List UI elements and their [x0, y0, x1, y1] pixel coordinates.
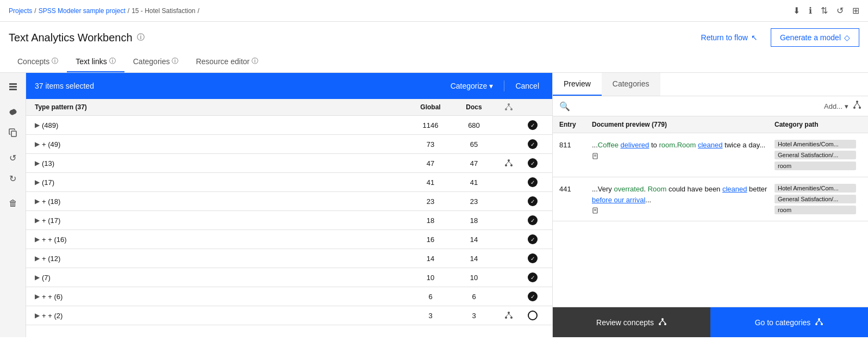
table-row[interactable]: ▶ + (18) 23 23 ✓ — [26, 192, 552, 211]
table-row[interactable]: ▶ (7) 10 10 ✓ — [26, 268, 552, 287]
table-row[interactable]: ▶ (13) 47 47 ✓ — [26, 154, 552, 173]
add-button[interactable]: Add... ▾ — [824, 102, 848, 110]
sidebar-link-icon[interactable] — [3, 102, 23, 122]
col-header-global: Global — [409, 103, 452, 111]
sidebar-icons: ↺ ↻ 🗑 — [0, 73, 26, 337]
category-tag: room — [775, 206, 856, 214]
table-row[interactable]: ▶ (17) 41 41 ✓ — [26, 173, 552, 192]
table-cell-check[interactable]: ✓ — [522, 177, 544, 187]
svg-line-23 — [857, 103, 860, 107]
table-row[interactable]: ▶ + (49) 73 65 ✓ — [26, 135, 552, 154]
table-cell-docs: 680 — [452, 121, 496, 129]
expand-icon[interactable]: ▶ — [35, 235, 40, 243]
tree-view-icon[interactable] — [853, 101, 861, 111]
grid-icon[interactable]: ⊞ — [852, 5, 859, 16]
review-concepts-button[interactable]: Review concepts — [553, 307, 710, 337]
add-label: Add... — [824, 102, 842, 110]
expand-icon[interactable]: ▶ — [35, 255, 40, 262]
table-row[interactable]: ▶ + (12) 14 14 ✓ — [26, 249, 552, 268]
svg-point-15 — [505, 317, 507, 319]
table-row[interactable]: ▶ + + (6) 6 6 ✓ — [26, 287, 552, 306]
tab-categories[interactable]: Categories ⓘ — [124, 51, 188, 72]
table-row[interactable]: ▶ (489) 1146 680 ✓ — [26, 116, 552, 135]
table-cell-check[interactable]: ✓ — [522, 158, 544, 168]
categorize-label: Categorize — [451, 82, 488, 90]
preview-entry-number: 441 — [559, 184, 592, 193]
table-row[interactable]: ▶ + (17) 18 18 ✓ — [26, 211, 552, 230]
categorize-chevron-icon: ▾ — [489, 82, 493, 90]
table-cell-global: 16 — [409, 235, 452, 244]
svg-point-4 — [508, 103, 510, 106]
table-row[interactable]: ▶ + + (2) 3 3 — [26, 306, 552, 325]
table-cell-pattern: ▶ (17) — [35, 178, 409, 187]
categorize-button[interactable]: Categorize ▾ — [446, 78, 498, 94]
generate-model-button[interactable]: Generate a model ◇ — [771, 28, 859, 47]
sidebar-undo-icon[interactable]: ↺ — [3, 148, 23, 168]
table-cell-check[interactable] — [522, 311, 544, 320]
table-cell-docs: 18 — [452, 216, 496, 225]
svg-rect-0 — [9, 83, 17, 85]
checked-icon: ✓ — [528, 253, 538, 263]
preview-doc-text: ...Coffee delivered to room.Room cleaned… — [592, 140, 775, 159]
table-header: Type pattern (37) Global Docs — [26, 99, 552, 116]
expand-icon[interactable]: ▶ — [35, 197, 40, 205]
sidebar-trash-icon[interactable]: 🗑 — [3, 194, 23, 213]
svg-point-10 — [505, 164, 507, 166]
right-tab-preview[interactable]: Preview — [553, 73, 602, 96]
category-tag: Hotel Amenities/Com... — [775, 184, 856, 193]
category-tag: Hotel Amenities/Com... — [775, 140, 856, 148]
go-to-categories-button[interactable]: Go to categories — [710, 307, 868, 337]
search-input[interactable] — [574, 102, 820, 110]
breadcrumb-sample-project[interactable]: SPSS Modeler sample project — [39, 7, 126, 15]
table-cell-pattern: ▶ + (17) — [35, 216, 409, 225]
expand-icon[interactable]: ▶ — [35, 312, 40, 319]
table-cell-pattern: ▶ + (12) — [35, 255, 409, 263]
table-row[interactable]: ▶ + + (16) 16 14 ✓ — [26, 230, 552, 249]
right-panel-tabs: Preview Categories — [553, 73, 868, 96]
return-flow-button[interactable]: Return to flow ↖ — [695, 29, 764, 46]
expand-icon[interactable]: ▶ — [35, 140, 40, 148]
table-cell-check[interactable]: ✓ — [522, 196, 544, 206]
preview-row: 811 ...Coffee delivered to room.Room cle… — [553, 133, 868, 177]
sidebar-table-icon[interactable] — [3, 77, 23, 97]
pattern-text: + (12) — [42, 255, 60, 263]
table-cell-check[interactable]: ✓ — [522, 120, 544, 130]
title-info-icon[interactable]: ⓘ — [137, 33, 145, 42]
svg-rect-1 — [9, 86, 17, 88]
svg-line-12 — [506, 162, 509, 164]
go-to-categories-label: Go to categories — [755, 318, 811, 327]
breadcrumb-projects[interactable]: Projects — [9, 7, 32, 15]
selection-bar: 37 items selected Categorize ▾ Cancel — [26, 73, 552, 99]
expand-icon[interactable]: ▶ — [35, 121, 40, 129]
pattern-text: + (17) — [42, 216, 60, 225]
right-tab-categories[interactable]: Categories — [602, 73, 660, 96]
tab-text-links[interactable]: Text links ⓘ — [67, 51, 124, 72]
expand-icon[interactable]: ▶ — [35, 178, 40, 186]
table-cell-check[interactable]: ✓ — [522, 292, 544, 301]
tab-resource-editor[interactable]: Resource editor ⓘ — [187, 51, 267, 72]
sidebar-redo-icon[interactable]: ↻ — [3, 169, 23, 188]
table-cell-pattern: ▶ + + (16) — [35, 235, 409, 244]
tab-resource-editor-info-icon: ⓘ — [252, 57, 258, 66]
table-cell-check[interactable]: ✓ — [522, 272, 544, 282]
expand-icon[interactable]: ▶ — [35, 216, 40, 224]
right-tab-preview-label: Preview — [564, 79, 591, 88]
unchecked-icon — [528, 311, 538, 320]
table-cell-pattern: ▶ + + (2) — [35, 312, 409, 320]
table-cell-check[interactable]: ✓ — [522, 139, 544, 149]
info-icon[interactable]: ℹ — [809, 5, 812, 16]
sidebar-copy-icon[interactable] — [3, 123, 23, 142]
history-icon[interactable]: ↺ — [836, 5, 844, 16]
expand-icon[interactable]: ▶ — [35, 293, 40, 300]
download-icon[interactable]: ⬇ — [793, 5, 800, 16]
checked-icon: ✓ — [528, 177, 538, 187]
expand-icon[interactable]: ▶ — [35, 274, 40, 281]
table-cell-check[interactable]: ✓ — [522, 234, 544, 244]
table-cell-check[interactable]: ✓ — [522, 253, 544, 263]
cancel-button[interactable]: Cancel — [511, 78, 544, 94]
table-cell-check[interactable]: ✓ — [522, 215, 544, 225]
return-flow-icon: ↖ — [751, 33, 758, 42]
filter-icon[interactable]: ⇅ — [821, 5, 828, 16]
expand-icon[interactable]: ▶ — [35, 159, 40, 167]
tab-concepts[interactable]: Concepts ⓘ — [9, 51, 67, 72]
